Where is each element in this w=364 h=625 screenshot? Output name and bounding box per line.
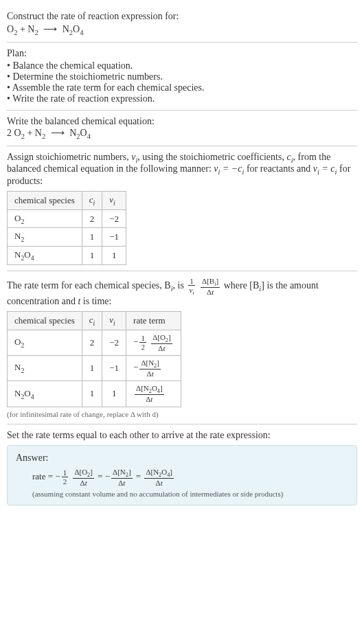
prompt-text: Construct the rate of reaction expressio… xyxy=(7,11,357,22)
stoich-intro: Assign stoichiometric numbers, νi, using… xyxy=(7,152,357,188)
table-header-row: chemical species ci νi xyxy=(8,192,126,210)
plan-list: Balance the chemical equation. Determine… xyxy=(7,60,357,104)
rateterm-cell: −12 Δ[O2]Δt xyxy=(126,330,181,355)
col-ci: ci xyxy=(82,311,102,330)
text: Assign stoichiometric numbers, xyxy=(7,152,131,162)
answer-equation: rate = −12 Δ[O2]Δt = −Δ[N2]Δt = Δ[N2O4]Δ… xyxy=(32,468,348,487)
c-cell: 1 xyxy=(82,355,102,380)
col-species: chemical species xyxy=(8,311,82,330)
c-cell: 1 xyxy=(82,246,102,264)
c-cell: 2 xyxy=(82,209,102,228)
rateterm-cell: Δ[N2O4]Δt xyxy=(126,381,181,407)
table-row: N2 1 −1 xyxy=(8,228,126,247)
balanced-section: Write the balanced chemical equation: 2 … xyxy=(7,111,357,146)
reaction-arrow: ⟶ xyxy=(43,23,57,35)
one-over-nu: 1νi xyxy=(187,277,195,296)
answer-note: (assuming constant volume and no accumul… xyxy=(32,490,348,498)
text: where [B xyxy=(224,280,260,291)
c-cell: 1 xyxy=(82,381,102,407)
col-ci: ci xyxy=(82,192,102,210)
species-cell: N2 xyxy=(8,355,82,380)
product-n2o4: N2O4 xyxy=(62,24,84,34)
plan-title: Plan: xyxy=(7,48,357,59)
table-row: N2 1 −1 −Δ[N2]Δt xyxy=(8,355,181,380)
plan-item: Write the rate of reaction expression. xyxy=(7,93,357,104)
stoich-table: chemical species ci νi O2 2 −2 N2 1 −1 N… xyxy=(7,191,126,264)
c-symbol: ci xyxy=(286,152,293,162)
reactant-o2: O2 xyxy=(7,24,17,34)
nu-cell: −2 xyxy=(102,209,126,228)
prompt-section: Construct the rate of reaction expressio… xyxy=(7,5,357,43)
col-rateterm: rate term xyxy=(126,311,181,330)
species-cell: O2 xyxy=(8,330,82,355)
balanced-equation: 2 O2 + N2 ⟶ N2O4 xyxy=(7,127,357,140)
relation: νi = ci xyxy=(313,163,337,174)
rateterm-section: The rate term for each chemical species,… xyxy=(7,271,357,424)
rateterm-table: chemical species ci νi rate term O2 2 −2… xyxy=(7,311,181,407)
rateterm-footnote: (for infinitesimal rate of change, repla… xyxy=(7,410,357,418)
balanced-title: Write the balanced chemical equation: xyxy=(7,116,357,127)
species-cell: N2 xyxy=(8,228,82,247)
rate-label: rate = xyxy=(32,471,55,481)
reaction-arrow: ⟶ xyxy=(51,127,65,139)
nu-cell: −1 xyxy=(102,228,126,247)
table-header-row: chemical species ci νi rate term xyxy=(8,311,181,330)
nu-cell: −2 xyxy=(102,330,126,355)
col-nui: νi xyxy=(102,192,126,210)
text: The rate term for each chemical species,… xyxy=(7,280,171,291)
nu-cell: 1 xyxy=(102,381,126,407)
relation: νi = −ci xyxy=(214,163,244,174)
nu-cell: −1 xyxy=(102,355,126,380)
rateterm-cell: −Δ[N2]Δt xyxy=(126,355,181,380)
col-species: chemical species xyxy=(8,192,82,210)
answer-box: Answer: rate = −12 Δ[O2]Δt = −Δ[N2]Δt = … xyxy=(7,445,357,505)
text: is time: xyxy=(80,296,111,306)
table-row: O2 2 −2 −12 Δ[O2]Δt xyxy=(8,330,181,355)
species-cell: N2O4 xyxy=(8,381,82,407)
dbi-dt: Δ[Bi]Δt xyxy=(201,277,220,296)
c-cell: 1 xyxy=(82,228,102,247)
table-row: N2O4 1 1 Δ[N2O4]Δt xyxy=(8,381,181,407)
nu-symbol: νi xyxy=(131,152,137,162)
table-row: O2 2 −2 xyxy=(8,209,126,228)
text: for reactants and xyxy=(244,163,312,174)
balanced-product: N2O4 xyxy=(69,128,91,138)
plan-section: Plan: Balance the chemical equation. Det… xyxy=(7,43,357,111)
stoich-section: Assign stoichiometric numbers, νi, using… xyxy=(7,146,357,271)
species-cell: O2 xyxy=(8,209,82,228)
plan-item: Balance the chemical equation. xyxy=(7,60,357,71)
text: , using the stoichiometric coefficients, xyxy=(137,152,286,162)
species-cell: N2O4 xyxy=(8,246,82,264)
c-cell: 2 xyxy=(82,330,102,355)
text: , is xyxy=(173,280,187,291)
plus-sign: + N2 xyxy=(20,24,38,34)
col-nui: νi xyxy=(102,311,126,330)
final-section: Set the rate terms equal to each other t… xyxy=(7,424,357,511)
balanced-reactants: 2 O2 + N2 xyxy=(7,128,45,138)
nu-cell: 1 xyxy=(102,246,126,264)
plan-item: Determine the stoichiometric numbers. xyxy=(7,71,357,82)
table-row: N2O4 1 1 xyxy=(8,246,126,264)
unbalanced-equation: O2 + N2 ⟶ N2O4 xyxy=(7,23,357,36)
answer-label: Answer: xyxy=(16,453,348,464)
rateterm-intro: The rate term for each chemical species,… xyxy=(7,277,357,307)
plan-item: Assemble the rate term for each chemical… xyxy=(7,82,357,93)
final-title: Set the rate terms equal to each other t… xyxy=(7,430,357,441)
